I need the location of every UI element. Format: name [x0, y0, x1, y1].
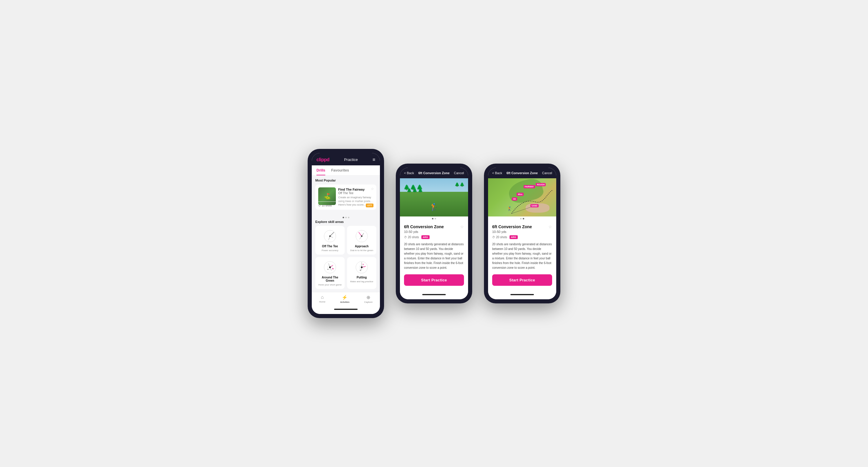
drill-badge-ott: OTT [366, 204, 373, 207]
menu-icon[interactable]: ≡ [373, 157, 375, 162]
phone-1: clippd Practice ≡ Drills Favourites Most… [308, 149, 384, 318]
detail-dot-3-2 [523, 218, 524, 220]
map-golfer: 🏌️ [507, 206, 512, 211]
home-bar-3 [488, 289, 556, 299]
map-badge-sand: SAND [530, 204, 538, 207]
favourite-star-icon[interactable]: ☆ [371, 187, 374, 191]
skill-card-ott[interactable]: Off The Tee Power accuracy [315, 226, 345, 255]
detail-nav-title-2: 6ft Conversion Zone [418, 171, 450, 175]
approach-icon [354, 229, 369, 243]
photo-bg: 🌲🌲🌲 🌲🌲 🏌️ [400, 178, 468, 216]
detail-meta-3: 20 shots ARG [492, 235, 552, 239]
detail-dots-2 [400, 216, 468, 221]
start-practice-button-2[interactable]: Start Practice [404, 274, 464, 286]
dot-2 [345, 217, 347, 218]
nav-activities[interactable]: ⚡ Activities [340, 295, 350, 303]
trees-left: 🌲🌲🌲 [403, 184, 423, 191]
dot-3 [348, 217, 349, 218]
tab-favourites[interactable]: Favourites [331, 165, 349, 175]
svg-point-12 [328, 269, 329, 270]
map-badge-miss: Miss [517, 193, 524, 196]
skill-name-putting: Putting [357, 276, 367, 279]
atg-icon [322, 260, 337, 275]
phone-3: < Back 6ft Conversion Zone Cancel FAIRWA… [484, 164, 560, 303]
detail-content-2: 6ft Conversion Zone ☆ 10-50 yds 20 shots… [400, 221, 468, 289]
detail-range-2: 10-50 yds [404, 230, 464, 234]
svg-point-10 [329, 266, 331, 268]
detail-dot-1 [432, 218, 433, 220]
skill-card-atg[interactable]: Around The Green Hone your short game [315, 257, 345, 289]
detail-description-2: 20 shots are randomly generated at dista… [404, 242, 464, 270]
app-logo: clippd [316, 157, 330, 162]
map-paths [488, 178, 556, 216]
skill-desc-putting: Make and lag practice [350, 280, 373, 283]
cancel-button-3[interactable]: Cancel [542, 171, 552, 175]
nav-activities-label: Activities [340, 301, 350, 303]
featured-drill-card[interactable]: Find The Fairway Off The Tee Create an i… [315, 185, 376, 210]
skill-card-putting[interactable]: Putting Make and lag practice [347, 257, 376, 289]
trees-right: 🌲🌲 [455, 182, 465, 187]
drill-shots: 10 shots [318, 204, 332, 207]
skill-desc-ott: Power accuracy [322, 249, 339, 252]
back-button-3[interactable]: < Back [492, 171, 502, 175]
nav-home-label: Home [319, 300, 325, 303]
detail-description-3: 20 shots are randomly generated at dista… [492, 242, 552, 270]
skill-name-ott: Off The Tee [322, 245, 338, 248]
detail-meta-2: 20 shots ARG [404, 235, 464, 239]
dot-1 [343, 217, 344, 218]
skill-desc-atg: Hone your short game [318, 283, 341, 286]
detail-badge-3: ARG [509, 235, 518, 239]
bottom-navigation: ⌂ Home ⚡ Activities ⊕ Capture [312, 292, 380, 304]
detail-nav-title-3: 6ft Conversion Zone [506, 171, 538, 175]
svg-point-7 [361, 236, 363, 237]
drill-image-photo: 🌲🌲🌲 🌲🌲 🏌️ [400, 178, 468, 216]
nav-capture[interactable]: ⊕ Capture [364, 295, 372, 303]
skill-desc-approach: Dial-in to hit the green [350, 249, 373, 252]
app-header: clippd Practice ≡ [312, 153, 380, 165]
detail-drill-name-2: 6ft Conversion Zone ☆ [404, 224, 464, 229]
activities-icon: ⚡ [342, 295, 348, 300]
carousel-dots [315, 215, 376, 220]
skill-name-atg: Around The Green [318, 276, 342, 282]
drill-image-map: FAIRWAY ROUGH Miss Hit SAND 🏌️ [488, 178, 556, 216]
most-popular-heading: Most Popular [315, 178, 376, 182]
skill-name-approach: Approach [355, 245, 369, 248]
detail-content-3: 6ft Conversion Zone ☆ 10-50 yds 20 shots… [488, 221, 556, 289]
home-icon: ⌂ [321, 295, 324, 300]
detail-star-icon-3[interactable]: ☆ [548, 224, 552, 229]
detail-range-3: 10-50 yds [492, 230, 552, 234]
header-title: Practice [344, 158, 358, 162]
nav-home[interactable]: ⌂ Home [319, 295, 325, 303]
tab-bar: Drills Favourites [312, 165, 380, 176]
nav-capture-label: Capture [364, 301, 372, 303]
phone-notch [334, 153, 358, 155]
map-badge-rough: ROUGH [536, 183, 546, 186]
detail-badge-2: ARG [422, 235, 430, 239]
start-practice-button-3[interactable]: Start Practice [492, 274, 552, 286]
skill-grid: Off The Tee Power accuracy [315, 226, 376, 289]
detail-dot-3-1 [520, 218, 522, 220]
home-bar-2 [400, 289, 468, 299]
cancel-button-2[interactable]: Cancel [454, 171, 464, 175]
svg-point-15 [361, 266, 363, 268]
home-bar [312, 304, 380, 314]
phone-notch-3 [510, 168, 534, 169]
drills-content: Most Popular Find The Fairway Off The Te… [312, 176, 380, 292]
map-badge-fairway: FAIRWAY [524, 185, 535, 188]
back-button-2[interactable]: < Back [404, 171, 414, 175]
drill-footer: 10 shots OTT [318, 201, 373, 207]
detail-star-icon-2[interactable]: ☆ [460, 224, 464, 229]
drill-name: Find The Fairway [338, 188, 373, 192]
explore-heading: Explore skill areas [315, 220, 376, 224]
tab-drills[interactable]: Drills [316, 165, 325, 175]
svg-point-3 [330, 236, 331, 237]
golfer-figure: 🏌️ [430, 203, 438, 211]
detail-shots-3: 20 shots [492, 236, 507, 239]
skill-card-approach[interactable]: Approach Dial-in to hit the green [347, 226, 376, 255]
detail-dots-3 [488, 216, 556, 221]
map-badge-hit: Hit [512, 197, 517, 201]
phone-2: < Back 6ft Conversion Zone Cancel 🌲🌲🌲 🌲🌲… [396, 164, 472, 303]
detail-shots-2: 20 shots [404, 236, 419, 239]
capture-icon: ⊕ [366, 295, 370, 300]
phone-notch-2 [422, 168, 446, 169]
